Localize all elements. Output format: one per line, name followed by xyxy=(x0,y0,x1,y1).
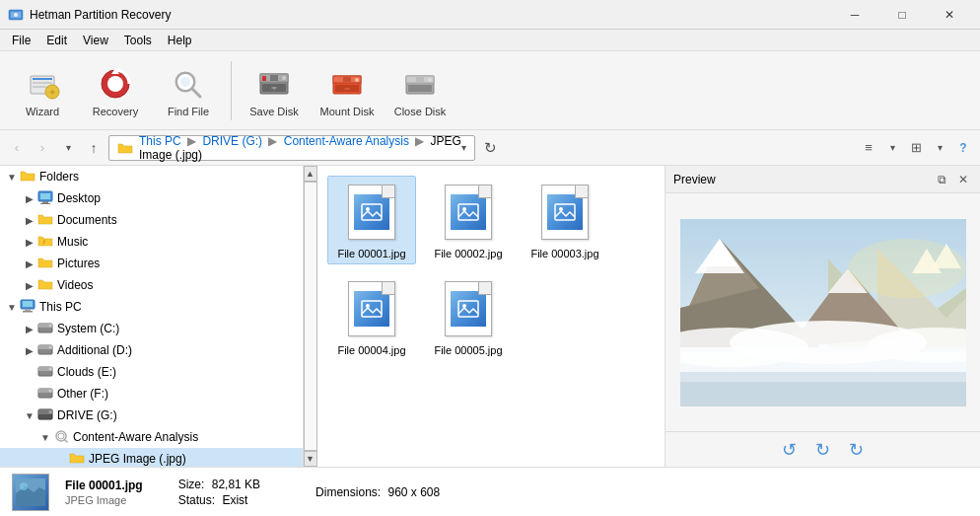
close-button[interactable]: ✕ xyxy=(927,0,972,30)
menu-help[interactable]: Help xyxy=(160,32,200,49)
address-dropdown-icon[interactable]: ▾ xyxy=(461,142,466,153)
file-item-1[interactable]: File 00001.jpg xyxy=(327,176,416,264)
file-item-4[interactable]: File 00004.jpg xyxy=(327,272,416,361)
svg-rect-33 xyxy=(408,85,432,92)
rotate-left-button[interactable]: ↺ xyxy=(778,438,802,462)
sidebar-item-pictures[interactable]: ▶ Pictures xyxy=(0,253,303,274)
sidebar-item-thispc[interactable]: ▼ This PC xyxy=(0,296,303,318)
status-thumb-image xyxy=(16,479,45,506)
sidebar-item-jpeg[interactable]: ▶ JPEG Image (.jpg) xyxy=(0,448,303,467)
file-item-2[interactable]: File 00002.jpg xyxy=(424,176,513,264)
scrollbar-up[interactable]: ▲ xyxy=(304,166,317,182)
analysis-expander: ▼ xyxy=(37,429,53,445)
menu-edit[interactable]: Edit xyxy=(38,32,75,49)
menu-view[interactable]: View xyxy=(75,32,116,49)
close-disk-button[interactable]: Close Disk xyxy=(385,57,455,124)
sidebar-item-desktop[interactable]: ▶ Desktop xyxy=(0,187,303,209)
desktop-icon xyxy=(37,190,53,206)
sidebar-item-drive-f[interactable]: ▶ Other (F:) xyxy=(0,383,303,405)
drive-f-label: Other (F:) xyxy=(57,387,108,401)
preview-actions: ⧉ ✕ xyxy=(933,171,972,188)
drivec-expander: ▶ xyxy=(22,321,37,336)
pictures-expander: ▶ xyxy=(22,256,37,271)
svg-rect-28 xyxy=(343,77,351,82)
preview-close-button[interactable]: ✕ xyxy=(954,171,972,188)
scrollbar-thumb[interactable] xyxy=(304,182,317,451)
save-disk-icon xyxy=(254,64,294,104)
save-disk-button[interactable]: Save Disk xyxy=(240,57,309,124)
filter-dropdown[interactable]: ▾ xyxy=(881,137,903,159)
sidebar-item-drive-d[interactable]: ▶ Additional (D:) xyxy=(0,339,303,361)
drive-g-icon xyxy=(37,407,53,423)
svg-rect-89 xyxy=(680,382,966,406)
analysis-icon xyxy=(53,429,69,445)
status-filetype: JPEG Image xyxy=(65,494,143,506)
file-label-4: File 00004.jpg xyxy=(337,344,405,356)
jpeg-folder-icon xyxy=(69,451,85,467)
maximize-button[interactable]: □ xyxy=(879,0,925,30)
sidebar-item-music[interactable]: ▶ ♪ Music xyxy=(0,231,303,253)
sidebar-item-drive-e[interactable]: ▶ Clouds (E:) xyxy=(0,361,303,383)
preview-image xyxy=(680,219,966,406)
file-icon-2 xyxy=(437,181,500,244)
address-box[interactable]: This PC ▶ DRIVE (G:) ▶ Content-Aware Ana… xyxy=(108,135,475,161)
mount-disk-button[interactable]: Mount Disk xyxy=(313,57,382,124)
bc-thispc[interactable]: This PC xyxy=(139,134,181,148)
menu-tools[interactable]: Tools xyxy=(116,32,160,49)
find-file-button[interactable]: Find File xyxy=(154,57,223,124)
menu-file[interactable]: File xyxy=(4,32,38,49)
svg-point-2 xyxy=(14,13,18,17)
sidebar-item-videos[interactable]: ▶ Videos xyxy=(0,274,303,296)
drive-d-icon xyxy=(37,342,53,358)
bc-analysis[interactable]: Content-Aware Analysis xyxy=(284,134,409,148)
svg-rect-71 xyxy=(458,301,478,317)
drive-c-label: System (C:) xyxy=(57,322,119,335)
status-status-value: Exist xyxy=(222,493,247,507)
preview-expand-button[interactable]: ⧉ xyxy=(933,171,950,188)
rotate-right-button[interactable]: ↻ xyxy=(811,438,835,462)
filter-button[interactable]: ≡ xyxy=(858,137,879,159)
videos-icon xyxy=(37,277,53,293)
sidebar-item-documents[interactable]: ▶ Documents xyxy=(0,209,303,231)
recovery-icon xyxy=(96,64,135,104)
back-button[interactable]: ‹ xyxy=(6,137,28,159)
view-button[interactable]: ⊞ xyxy=(905,137,927,159)
music-icon: ♪ xyxy=(37,234,53,250)
svg-rect-23 xyxy=(262,76,266,81)
svg-point-90 xyxy=(848,239,966,298)
file-item-5[interactable]: File 00005.jpg xyxy=(424,272,513,361)
sidebar-item-folders[interactable]: ▼ Folders xyxy=(0,166,303,187)
wizard-button[interactable]: ✦ Wizard xyxy=(8,57,77,124)
help-button[interactable]: ? xyxy=(952,137,974,159)
drive-f-icon xyxy=(37,386,53,402)
find-file-label: Find File xyxy=(168,106,209,117)
status-size-value: 82,81 KB xyxy=(212,478,260,491)
sidebar-scrollbar[interactable]: ▲ ▼ xyxy=(304,166,317,467)
statusbar: File 00001.jpg JPEG Image Size: 82,81 KB… xyxy=(0,467,980,516)
svg-point-59 xyxy=(49,410,52,413)
svg-line-14 xyxy=(192,89,200,97)
sidebar-item-analysis[interactable]: ▼ Content-Aware Analysis xyxy=(0,426,303,448)
drived-expander: ▶ xyxy=(22,342,37,358)
right-toolbar: ≡ ▾ ⊞ ▾ ? xyxy=(858,137,974,159)
dropdown-button[interactable]: ▾ xyxy=(57,137,79,159)
svg-point-56 xyxy=(49,390,52,393)
view-dropdown[interactable]: ▾ xyxy=(929,137,950,159)
preview-panel: Preview ⧉ ✕ xyxy=(665,166,980,467)
up-button[interactable]: ↑ xyxy=(83,137,105,159)
music-expander: ▶ xyxy=(22,234,37,250)
app-icon xyxy=(8,7,24,23)
minimize-button[interactable]: ─ xyxy=(832,0,877,30)
forward-button[interactable]: › xyxy=(32,137,53,159)
scrollbar-down[interactable]: ▼ xyxy=(304,451,317,467)
jpeg-label: JPEG Image (.jpg) xyxy=(89,452,186,466)
refresh-button[interactable]: ↻ xyxy=(479,137,501,159)
file-item-3[interactable]: File 00003.jpg xyxy=(521,176,609,264)
flip-button[interactable]: ↻ xyxy=(845,438,869,462)
bc-drive[interactable]: DRIVE (G:) xyxy=(202,134,262,148)
toolbar-separator-1 xyxy=(231,61,232,120)
sidebar-item-drive-c[interactable]: ▶ System (C:) xyxy=(0,318,303,339)
recovery-button[interactable]: Recovery xyxy=(81,57,150,124)
preview-image-area xyxy=(665,193,980,431)
sidebar-item-drive-g[interactable]: ▼ DRIVE (G:) xyxy=(0,405,303,426)
